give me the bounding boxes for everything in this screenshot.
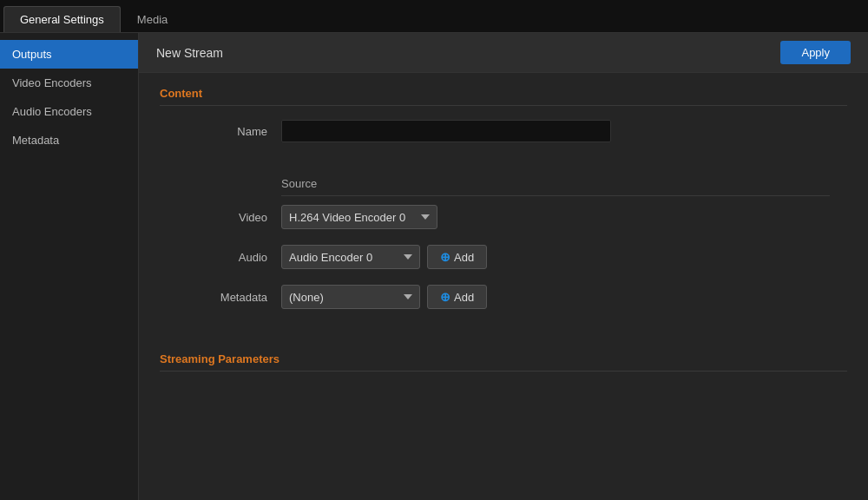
add-audio-button[interactable]: ⊕ Add <box>427 245 487 269</box>
audio-row: Audio Audio Encoder 0 ⊕ Add <box>160 245 847 269</box>
metadata-row: Metadata (None) ⊕ Add <box>160 285 847 309</box>
name-row: Name <box>160 120 847 142</box>
streaming-params-title: Streaming Parameters <box>160 352 847 372</box>
source-label: Source <box>281 177 830 196</box>
plus-icon-metadata: ⊕ <box>440 290 450 304</box>
content-section: Content Name Source Video H.264 Video En… <box>139 73 868 339</box>
apply-button[interactable]: Apply <box>780 41 851 64</box>
metadata-select[interactable]: (None) <box>281 285 420 309</box>
content-section-title: Content <box>160 87 847 106</box>
sidebar-item-audio-encoders[interactable]: Audio Encoders <box>0 97 138 126</box>
name-label: Name <box>177 125 281 138</box>
video-label: Video <box>177 211 281 224</box>
content-area: New Stream Apply Content Name Source Vid… <box>139 33 868 500</box>
sidebar-item-outputs[interactable]: Outputs <box>0 40 138 69</box>
audio-label: Audio <box>177 251 281 264</box>
video-select[interactable]: H.264 Video Encoder 0 <box>281 205 437 229</box>
plus-icon: ⊕ <box>440 250 450 264</box>
metadata-label: Metadata <box>177 291 281 304</box>
audio-select[interactable]: Audio Encoder 0 <box>281 245 420 269</box>
add-metadata-button[interactable]: ⊕ Add <box>427 285 487 309</box>
page-title: New Stream <box>156 46 223 60</box>
top-tab-bar: General Settings Media <box>0 0 868 33</box>
tab-media[interactable]: Media <box>121 6 184 32</box>
tab-general-settings[interactable]: General Settings <box>3 6 121 32</box>
streaming-params-section: Streaming Parameters <box>139 339 868 399</box>
video-row: Video H.264 Video Encoder 0 <box>160 205 847 229</box>
sidebar: Outputs Video Encoders Audio Encoders Me… <box>0 33 139 500</box>
main-layout: Outputs Video Encoders Audio Encoders Me… <box>0 33 868 500</box>
name-input[interactable] <box>281 120 611 142</box>
sidebar-item-metadata[interactable]: Metadata <box>0 126 138 155</box>
content-header: New Stream Apply <box>139 33 868 73</box>
sidebar-item-video-encoders[interactable]: Video Encoders <box>0 69 138 97</box>
